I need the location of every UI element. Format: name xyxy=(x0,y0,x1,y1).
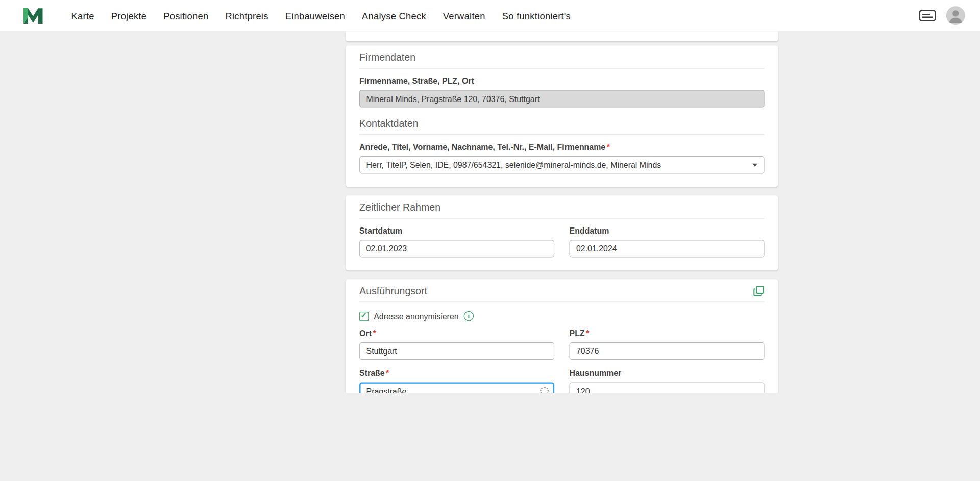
plz-input[interactable] xyxy=(570,342,765,360)
anonymize-label[interactable]: Adresse anonymisieren xyxy=(374,311,458,320)
divider xyxy=(359,134,764,135)
contact-select-value: Herr, TitelP, Selen, IDE, 0987/654321, s… xyxy=(366,160,662,169)
plz-field: PLZ* xyxy=(570,328,765,360)
nav-right xyxy=(919,6,965,25)
ort-label-text: Ort xyxy=(359,328,372,338)
strasse-field: Straße* Falls die Position keiner Straße… xyxy=(359,368,554,393)
ausfuehrungsort-header: Ausführungsort xyxy=(359,286,764,297)
startdatum-input[interactable] xyxy=(359,240,554,257)
nav-menu: Karte Projekte Positionen Richtpreis Ein… xyxy=(71,10,571,21)
company-label: Firmenname, Straße, PLZ, Ort xyxy=(359,76,764,85)
nav-item-einbauweisen[interactable]: Einbauweisen xyxy=(285,10,345,21)
strasse-input[interactable] xyxy=(359,382,554,393)
card-fragment-top xyxy=(346,31,778,41)
kontaktdaten-title: Kontaktdaten xyxy=(359,118,764,129)
nav-item-verwalten[interactable]: Verwalten xyxy=(443,10,485,21)
hausnummer-label: Hausnummer xyxy=(570,368,765,377)
required-marker: * xyxy=(586,328,589,338)
enddatum-label: Enddatum xyxy=(570,226,765,235)
hausnummer-field: Hausnummer xyxy=(570,368,765,393)
card-zeitlicher-rahmen: Zeitlicher Rahmen Startdatum Enddatum xyxy=(346,195,778,270)
plz-label-text: PLZ xyxy=(570,328,585,338)
nav-item-so-funktionierts[interactable]: So funktioniert's xyxy=(502,10,571,21)
strasse-label-text: Straße xyxy=(359,368,385,377)
anonymize-row: Adresse anonymisieren xyxy=(359,311,764,321)
company-input xyxy=(359,90,764,107)
startdatum-field: Startdatum xyxy=(359,226,554,257)
strasse-label: Straße* xyxy=(359,368,554,377)
nav-item-positionen[interactable]: Positionen xyxy=(163,10,208,21)
ort-field: Ort* xyxy=(359,328,554,360)
divider xyxy=(359,218,764,218)
address-grid-row1: Ort* PLZ* xyxy=(359,328,764,360)
ausfuehrungsort-title: Ausführungsort xyxy=(359,286,427,297)
required-marker: * xyxy=(607,142,610,151)
divider xyxy=(359,301,764,302)
strasse-input-wrap xyxy=(359,382,554,393)
copy-icon[interactable] xyxy=(753,286,765,297)
card-firmendaten: Firmendaten Firmenname, Straße, PLZ, Ort… xyxy=(346,45,778,187)
nav-item-projekte[interactable]: Projekte xyxy=(111,10,146,21)
loading-spinner-icon xyxy=(540,387,549,393)
info-icon[interactable] xyxy=(463,311,474,321)
plz-label: PLZ* xyxy=(570,328,765,338)
server-icon[interactable] xyxy=(919,9,936,22)
nav-item-karte[interactable]: Karte xyxy=(71,10,94,21)
chevron-down-icon xyxy=(752,163,757,166)
contact-label-text: Anrede, Titel, Vorname, Nachname, Tel.-N… xyxy=(359,142,605,151)
main-content: Firmendaten Firmenname, Straße, PLZ, Ort… xyxy=(346,31,778,393)
contact-label: Anrede, Titel, Vorname, Nachname, Tel.-N… xyxy=(359,142,764,151)
enddatum-field: Enddatum xyxy=(570,226,765,257)
startdatum-label: Startdatum xyxy=(359,226,554,235)
nav-item-analyse-check[interactable]: Analyse Check xyxy=(362,10,426,21)
user-avatar[interactable] xyxy=(946,6,965,25)
nav-item-richtpreis[interactable]: Richtpreis xyxy=(226,10,268,21)
required-marker: * xyxy=(373,328,376,338)
required-marker: * xyxy=(386,368,389,377)
anonymize-checkbox[interactable] xyxy=(359,311,369,320)
address-grid-row2: Straße* Falls die Position keiner Straße… xyxy=(359,368,764,393)
date-grid: Startdatum Enddatum xyxy=(359,226,764,257)
contact-select[interactable]: Herr, TitelP, Selen, IDE, 0987/654321, s… xyxy=(359,156,764,173)
ort-input[interactable] xyxy=(359,342,554,360)
enddatum-input[interactable] xyxy=(570,240,765,257)
card-ausfuehrungsort: Ausführungsort Adresse anonymisieren Or xyxy=(346,279,778,393)
mineral-minds-logo-icon[interactable] xyxy=(22,5,45,27)
app-viewport: Karte Projekte Positionen Richtpreis Ein… xyxy=(0,0,980,393)
zeitraum-title: Zeitlicher Rahmen xyxy=(359,202,764,213)
hausnummer-input[interactable] xyxy=(570,382,765,393)
top-nav: Karte Projekte Positionen Richtpreis Ein… xyxy=(0,0,980,31)
divider xyxy=(359,68,764,68)
ort-label: Ort* xyxy=(359,328,554,338)
firmendaten-title: Firmendaten xyxy=(359,52,764,63)
